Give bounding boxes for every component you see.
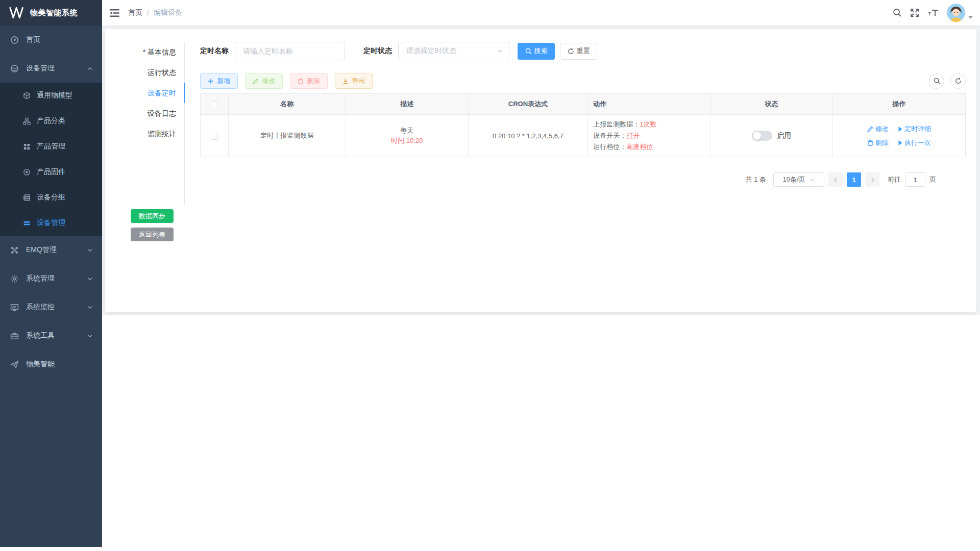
timer-name-input[interactable] — [235, 42, 345, 60]
tab-run-status[interactable]: 运行状态 — [134, 62, 184, 83]
settings-icon — [10, 274, 19, 283]
send-icon — [10, 360, 19, 369]
emq-icon — [10, 246, 19, 255]
prev-page-button[interactable] — [828, 172, 843, 187]
device-list-icon — [23, 219, 31, 227]
page-size-select[interactable]: 10条/页 — [773, 172, 824, 187]
show-search-button[interactable] — [929, 73, 944, 89]
sidebar-item-system-monitor[interactable]: 系统监控 — [0, 293, 102, 321]
user-menu[interactable] — [947, 4, 973, 22]
row-delete-link[interactable]: 删除 — [867, 138, 889, 147]
next-page-button[interactable] — [865, 172, 879, 187]
chevron-down-icon — [810, 177, 815, 183]
pagination: 共 1 条 10条/页 1 前往 页 — [200, 172, 966, 187]
sidebar-item-product-firmware[interactable]: 产品固件 — [0, 159, 102, 185]
breadcrumb-current: 编辑设备 — [154, 8, 182, 17]
sidebar-toggle-button[interactable] — [102, 0, 127, 26]
fullscreen-icon — [910, 8, 919, 17]
sidebar-item-emq[interactable]: EMQ管理 — [0, 236, 102, 264]
sidebar-item-device-manage-sub[interactable]: 设备管理 — [0, 210, 102, 236]
pagination-total: 共 1 条 — [746, 175, 766, 184]
breadcrumb: 首页 / 编辑设备 — [128, 8, 182, 17]
row-edit-link[interactable]: 修改 — [867, 124, 889, 134]
sidebar-item-product-manage[interactable]: 产品管理 — [0, 134, 102, 159]
cell-cron: 0 20 10 ? * 1,2,3,4,5,6,7 — [468, 115, 588, 157]
app-logo[interactable]: 物美智能系统 — [0, 0, 102, 26]
breadcrumb-home[interactable]: 首页 — [128, 8, 142, 17]
data-sync-button[interactable]: 数据同步 — [131, 209, 174, 223]
firmware-icon — [23, 168, 31, 176]
chevron-down-icon — [87, 333, 93, 339]
plus-icon — [208, 78, 214, 84]
tab-monitor-stats[interactable]: 监测统计 — [134, 123, 184, 144]
sidebar: 物美智能系统 首页 设备管理 通用物模型 产品分类 产品管理 — [0, 0, 102, 547]
sidebar-item-thing-model[interactable]: 通用物模型 — [0, 83, 102, 108]
tab-basic-info[interactable]: * 基本信息 — [134, 42, 184, 62]
app-title: 物美智能系统 — [30, 8, 78, 18]
monitor-icon — [10, 303, 19, 312]
timer-status-select[interactable]: 请选择定时状态 — [398, 42, 509, 60]
add-button[interactable]: 新增 — [200, 73, 238, 89]
export-button[interactable]: 导出 — [335, 73, 373, 89]
side-action-buttons: 数据同步 返回列表 — [131, 209, 174, 241]
reset-button[interactable]: 重置 — [560, 43, 597, 60]
status-label: 启用 — [777, 131, 791, 140]
avatar — [947, 4, 965, 22]
search-icon — [525, 48, 532, 55]
sidebar-item-home[interactable]: 首页 — [0, 26, 102, 54]
product-icon — [23, 143, 31, 151]
sidebar-item-system-tools[interactable]: 系统工具 — [0, 321, 102, 350]
header-search-button[interactable] — [893, 8, 902, 17]
sidebar-item-device-group[interactable]: 设备分组 — [0, 185, 102, 210]
chevron-right-icon — [870, 177, 875, 183]
font-size-icon — [927, 9, 939, 17]
sidebar-item-system-manage[interactable]: 系统管理 — [0, 264, 102, 293]
sidebar-item-wumei-smart[interactable]: 物美智能 — [0, 350, 102, 379]
edit-button[interactable]: 修改 — [245, 73, 283, 89]
refresh-table-button[interactable] — [950, 73, 966, 89]
cell-action: 上报监测数据：1次数 设备开关：打开 运行档位：高速档位 — [588, 115, 710, 157]
chevron-up-icon — [87, 66, 93, 71]
timer-table: 名称 描述 CRON表达式 动作 状态 操作 定时上报监测数据 每天 — [200, 93, 966, 157]
search-icon — [893, 8, 902, 17]
main-content: * 基本信息 运行状态 设备定时 设备日志 监测统计 数据同步 返回列表 定时名… — [102, 26, 980, 315]
sidebar-item-product-category[interactable]: 产品分类 — [0, 108, 102, 134]
col-ops: 操作 — [833, 94, 966, 115]
cell-name: 定时上报监测数据 — [228, 115, 346, 157]
caret-right-icon — [898, 140, 902, 145]
select-all-checkbox[interactable] — [211, 101, 218, 108]
caret-down-icon — [968, 16, 973, 19]
sidebar-item-device-manage[interactable]: 设备管理 — [0, 54, 102, 83]
hamburger-icon — [110, 9, 119, 17]
device-edit-card: * 基本信息 运行状态 设备定时 设备日志 监测统计 数据同步 返回列表 定时名… — [105, 29, 976, 312]
timer-status-label: 定时状态 — [363, 46, 392, 56]
chevron-down-icon — [497, 48, 503, 54]
row-run-once-link[interactable]: 执行一次 — [898, 138, 931, 147]
col-status: 状态 — [710, 94, 833, 115]
back-to-list-button[interactable]: 返回列表 — [131, 228, 174, 241]
edit-icon — [253, 78, 259, 84]
font-size-button[interactable] — [927, 9, 939, 17]
table-row: 定时上报监测数据 每天 时间 10:20 0 20 10 ? * 1,2,3,4… — [201, 115, 966, 157]
chevron-down-icon — [87, 305, 93, 310]
logo-mark-icon — [9, 6, 24, 19]
fullscreen-button[interactable] — [910, 8, 919, 17]
dashboard-icon — [10, 36, 19, 44]
filter-form: 定时名称 定时状态 请选择定时状态 搜索 重置 — [200, 42, 966, 60]
row-timer-detail-link[interactable]: 定时详细 — [898, 124, 931, 134]
col-cron: CRON表达式 — [468, 94, 588, 115]
chevron-down-icon — [87, 247, 93, 253]
status-toggle[interactable] — [752, 131, 772, 141]
search-icon — [934, 78, 940, 84]
trash-icon — [867, 140, 873, 146]
tab-device-log[interactable]: 设备日志 — [134, 103, 184, 123]
delete-button[interactable]: 删除 — [290, 73, 328, 89]
cell-desc: 每天 时间 10:20 — [346, 115, 468, 157]
tab-device-timer[interactable]: 设备定时 — [134, 83, 184, 103]
row-checkbox[interactable] — [211, 133, 218, 140]
caret-right-icon — [898, 127, 902, 132]
page-number-current[interactable]: 1 — [847, 172, 861, 187]
goto-page-input[interactable] — [905, 172, 925, 187]
search-button[interactable]: 搜索 — [518, 43, 555, 60]
toolbar-right — [929, 73, 966, 89]
